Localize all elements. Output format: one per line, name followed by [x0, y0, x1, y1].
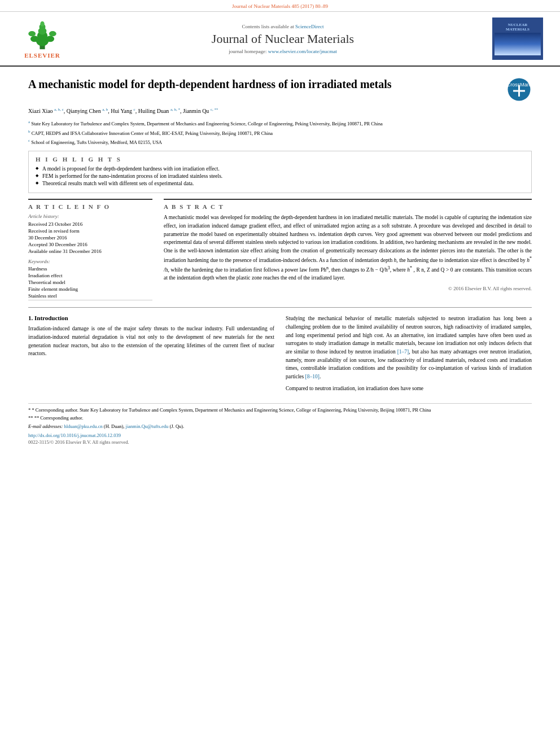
author-xiazi-xiao: Xiazi Xiao — [28, 108, 53, 114]
keyword-3: Theoretical model — [28, 279, 152, 285]
abstract-box: A B S T R A C T A mechanistic model was … — [164, 199, 532, 291]
other-text: other — [508, 248, 519, 254]
journal-header: ELSEVIER Contents lists available at Sci… — [0, 12, 560, 67]
affil-a: a State Key Laboratory for Turbulence an… — [28, 119, 532, 128]
highlights-section: H I G H L I G H T S A model is proposed … — [28, 151, 532, 193]
section-divider — [28, 307, 532, 308]
abstract-column: A B S T R A C T A mechanistic model was … — [164, 199, 532, 300]
keywords-label: Keywords: — [28, 259, 152, 264]
journal-title-section: Contents lists available at ScienceDirec… — [79, 24, 487, 54]
cover-title-text: NUCLEARMATERIALS — [506, 23, 530, 32]
journal-cover-image: NUCLEARMATERIALS — [492, 18, 543, 60]
keyword-5: Stainless steel — [28, 293, 152, 299]
elsevier-tree-icon — [17, 19, 68, 50]
intro-right-paragraph-2: Compared to neutron irradiation, ion irr… — [286, 385, 532, 393]
svg-point-7 — [46, 36, 54, 42]
svg-point-5 — [40, 21, 44, 26]
keywords-section: Keywords: Hardness Irradiation effect Th… — [28, 259, 152, 299]
author-jianmin-qu: Jianmin Qu — [183, 108, 209, 114]
journal-ref-text: Journal of Nuclear Materials 485 (2017) … — [232, 3, 328, 9]
affil-c: c School of Engineering, Tufts Universit… — [28, 138, 532, 146]
intro-left-column: 1. Introduction Irradiation-induced dama… — [28, 314, 274, 396]
doi-link[interactable]: http://dx.doi.org/10.1016/j.jnucmat.2016… — [28, 433, 121, 438]
footnote-emails: E-mail addresses: hlduan@pku.edu.cn (H. … — [28, 423, 532, 430]
issn-line: 0022-3115/© 2016 Elsevier B.V. All right… — [28, 439, 532, 445]
intro-heading: 1. Introduction — [28, 314, 274, 321]
highlight-item-2: FEM is performed for the nano-indentatio… — [36, 173, 524, 179]
elsevier-label: ELSEVIER — [24, 52, 60, 59]
author-huiling-duan: Huiling Duan — [138, 108, 169, 114]
footnote-section: * * Corresponding author. State Key Labo… — [28, 403, 532, 445]
info-abstract-section: A R T I C L E I N F O Article history: R… — [28, 199, 532, 300]
article-title-section: A mechanistic model for depth-dependent … — [28, 77, 532, 102]
email-link-qu[interactable]: jianmin.Qu@tufts.edu — [126, 423, 169, 429]
history-accepted: Accepted 30 December 2016 — [28, 242, 152, 247]
svg-point-8 — [28, 31, 36, 36]
contents-line: Contents lists available at ScienceDirec… — [79, 24, 487, 29]
history-received: Received 23 October 2016 — [28, 221, 152, 227]
main-content: A mechanistic model for depth-dependent … — [0, 67, 560, 451]
affil-b: b CAPT, HEDPS and IFSA Collaborative Inn… — [28, 129, 532, 137]
article-history-label: Article history: — [28, 213, 152, 219]
footnote-double-star: ** ** Corresponding author. — [28, 415, 532, 422]
svg-point-9 — [49, 31, 56, 36]
journal-cover-section: NUCLEARMATERIALS — [492, 18, 549, 60]
article-info-box: A R T I C L E I N F O Article history: R… — [28, 199, 152, 300]
history-online: Available online 31 December 2016 — [28, 248, 152, 254]
abstract-text: A mechanistic model was developed for mo… — [164, 213, 532, 282]
publisher-logo-section: ELSEVIER — [11, 19, 73, 59]
journal-title: Journal of Nuclear Materials — [79, 32, 487, 46]
introduction-section: 1. Introduction Irradiation-induced dama… — [28, 314, 532, 396]
history-revised-date: 30 December 2016 — [28, 235, 152, 241]
homepage-url[interactable]: www.elsevier.com/locate/jnucmat — [268, 49, 337, 54]
copyright-line: © 2016 Elsevier B.V. All rights reserved… — [164, 286, 532, 291]
science-direct-link[interactable]: ScienceDirect — [295, 24, 323, 29]
keyword-1: Hardness — [28, 266, 152, 272]
abstract-label: A B S T R A C T — [164, 203, 532, 210]
intro-right-column: Studying the mechanical behavior of meta… — [286, 314, 532, 396]
highlights-title: H I G H L I G H T S — [36, 156, 524, 163]
elsevier-logo: ELSEVIER — [17, 19, 68, 59]
homepage-line: journal homepage: www.elsevier.com/locat… — [79, 49, 487, 54]
cover-image-body — [495, 33, 541, 55]
email-link-duan[interactable]: hlduan@pku.edu.cn — [64, 423, 102, 429]
svg-point-6 — [30, 36, 39, 42]
keyword-2: Irradiation effect — [28, 273, 152, 278]
crossmark-badge: CrossMark — [506, 77, 532, 102]
doi-line: http://dx.doi.org/10.1016/j.jnucmat.2016… — [28, 433, 532, 438]
footnote-star: * * Corresponding author. State Key Labo… — [28, 407, 532, 414]
intro-paragraph-1: Irradiation-induced damage is one of the… — [28, 325, 274, 358]
highlight-item-1: A model is proposed for the depth-depden… — [36, 166, 524, 172]
journal-reference-bar: Journal of Nuclear Materials 485 (2017) … — [0, 0, 560, 12]
article-title: A mechanistic model for depth-dependent … — [28, 77, 501, 91]
intro-right-paragraph-1: Studying the mechanical behavior of meta… — [286, 314, 532, 381]
keyword-4: Finite element modeling — [28, 286, 152, 292]
article-info-label: A R T I C L E I N F O — [28, 203, 152, 210]
authors-line: Xiazi Xiao a, b, c, Qianying Chen a, b, … — [28, 107, 532, 116]
highlight-item-3: Theoretical results match well with diff… — [36, 181, 524, 186]
history-revised-label: Received in revised form — [28, 228, 152, 234]
affiliations-section: a State Key Laboratory for Turbulence an… — [28, 119, 532, 146]
author-hui-yang: Hui Yang — [111, 108, 132, 114]
article-info-column: A R T I C L E I N F O Article history: R… — [28, 199, 152, 300]
author-qianying-chen: Qianying Chen — [67, 108, 101, 114]
